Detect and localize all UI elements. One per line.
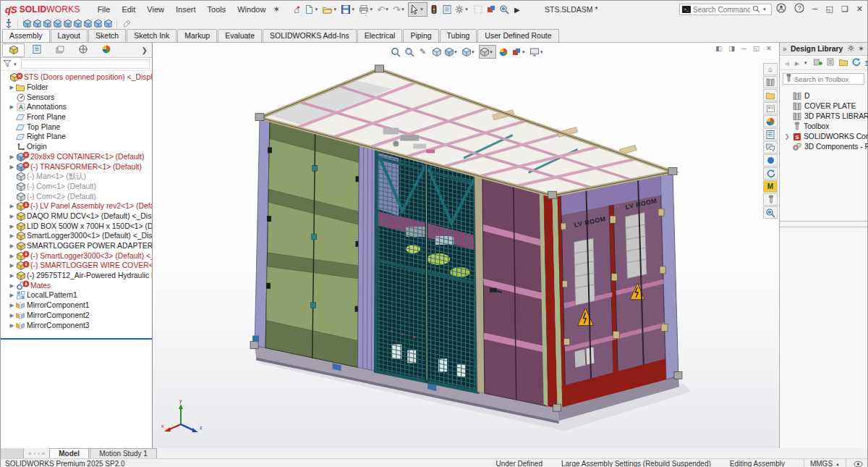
expand-arrow-icon[interactable]: ▶ <box>9 282 15 289</box>
expand-arrow-icon[interactable]: ▶ <box>9 213 15 219</box>
tab-motion-study[interactable]: Motion Study 1 <box>90 448 157 458</box>
expand-arrow-icon[interactable]: ▶ <box>9 104 15 110</box>
new-document-button[interactable]: ▼ <box>303 2 321 17</box>
command-tab-piping[interactable]: Piping <box>403 29 438 42</box>
search-icon[interactable] <box>752 5 760 14</box>
tree-item[interactable]: ▶(-) LV Panel Assembly rev2<1> (Default)… <box>1 201 152 211</box>
graphics-area[interactable]: ✎▼▼▼▼▼ ◧ ◨ ─ ◱ ✕ <box>153 43 779 448</box>
selection-filter-button[interactable] <box>472 2 485 17</box>
insert-component-button[interactable] <box>4 18 13 30</box>
design-library-item[interactable]: 3D PARTS LIBRARY <box>784 111 866 121</box>
markup-eraser-button[interactable] <box>122 18 132 30</box>
tree-item[interactable]: Top Plane <box>1 122 152 132</box>
unit-system[interactable]: MMGS ▲ <box>804 459 846 467</box>
command-tab-markup[interactable]: Markup <box>177 29 217 42</box>
pin-menu-icon[interactable]: ✶ <box>273 4 280 14</box>
tree-item[interactable]: ▶AAnnotations <box>1 102 152 112</box>
tab-model[interactable]: Model <box>49 448 89 458</box>
add-to-library-button[interactable] <box>813 57 823 68</box>
menu-window[interactable]: Window <box>231 2 271 17</box>
tab-scroll-arrows[interactable]: «‹›» <box>24 448 49 458</box>
search-input[interactable] <box>693 6 750 14</box>
tree-item[interactable]: (-) Man<1> (默认) <box>1 172 152 182</box>
task-pane-tab-3dexperience[interactable] <box>763 154 778 167</box>
tree-item[interactable]: Origin <box>1 142 152 152</box>
3d-model-container[interactable]: LV ROOM LV ROOM <box>153 43 779 448</box>
expand-arrow-icon[interactable]: ▶ <box>9 232 15 239</box>
expand-arrow-icon[interactable]: ▶ <box>9 312 15 319</box>
task-pane-splitter[interactable] <box>780 221 867 227</box>
panel-resize-grip[interactable] <box>1 448 24 458</box>
add-file-location-button[interactable] <box>826 57 835 68</box>
expand-arrow-icon[interactable]: ❯ <box>784 133 790 140</box>
expand-arrow-icon[interactable]: ▶ <box>9 223 15 230</box>
view-front-button[interactable] <box>22 19 31 29</box>
expand-arrow-icon[interactable]: ▶ <box>9 253 15 259</box>
panel-flyout-arrow[interactable]: ❯ <box>142 46 150 54</box>
command-tab-electrical[interactable]: Electrical <box>357 29 403 42</box>
restore-window-icon[interactable]: ◱ <box>826 4 833 14</box>
tree-item[interactable]: STS (Doors openned position) <_Display S… <box>1 72 152 83</box>
expand-arrow-icon[interactable]: ▶ <box>9 322 15 329</box>
large-assembly-mode-button[interactable] <box>498 2 511 17</box>
task-pane-tab-toolbox-m[interactable]: M <box>763 180 778 193</box>
view-dimetric-button[interactable] <box>103 19 112 29</box>
expand-arrow-icon[interactable]: ▶ <box>9 243 15 249</box>
rebuild-button[interactable] <box>427 2 441 17</box>
forward-button[interactable]: ► <box>793 59 801 67</box>
expand-arrow-icon[interactable]: ▶ <box>9 84 15 91</box>
command-tab-assembly[interactable]: Assembly <box>2 29 50 42</box>
menu-tools[interactable]: Tools <box>202 2 232 17</box>
tree-filter-input[interactable] <box>21 59 150 69</box>
task-pane-tab-view-palette[interactable] <box>763 102 778 114</box>
expand-arrow-icon[interactable]: ▶ <box>9 272 15 279</box>
command-tab-sketch-ink[interactable]: Sketch Ink <box>127 29 176 42</box>
search-dropdown-icon[interactable]: ▼ <box>762 7 767 12</box>
panel-pin-icon[interactable]: ✶ <box>858 44 864 54</box>
menu-insert[interactable]: Insert <box>170 2 202 17</box>
tree-item[interactable]: (-) Com<1> (Default) <box>1 182 152 192</box>
panel-tab-propertymanager[interactable] <box>25 43 48 57</box>
command-tab-user-defined-route[interactable]: User Defined Route <box>477 29 558 42</box>
panel-tab-displaymanager[interactable] <box>95 43 117 57</box>
save-button[interactable]: ▼ <box>340 2 358 17</box>
menu-view[interactable]: View <box>141 2 170 17</box>
command-tab-solidworks-add-ins[interactable]: SOLIDWORKS Add-Ins <box>263 29 357 42</box>
tree-item[interactable]: ▶20x8x9 CONTAINER<1> (Default) <box>1 152 152 162</box>
tree-item[interactable]: ▶DAQO RMU DCV<1> (Default) <_Display Sta <box>1 211 152 222</box>
account-icon[interactable] <box>776 3 786 14</box>
expand-arrow-icon[interactable]: ▶ <box>9 302 15 308</box>
undo-button[interactable]: ↶▼ <box>376 2 392 17</box>
panel-tab-featuremanager[interactable] <box>2 43 25 57</box>
view-back-button[interactable] <box>33 19 41 29</box>
view-top-button[interactable] <box>63 19 72 29</box>
command-tab-tubing[interactable]: Tubing <box>440 29 477 42</box>
resume-button[interactable]: ▶ <box>511 2 524 17</box>
view-bottom-button[interactable] <box>73 19 82 29</box>
task-pane-tab-design-library[interactable] <box>763 76 778 88</box>
command-search[interactable]: >_ ▼ <box>679 4 772 15</box>
expand-arrow-icon[interactable]: ▶ <box>9 153 15 160</box>
tree-item[interactable]: ▶SMARTLOGGER POWER ADAPTER MOUNT<1> (Def… <box>1 241 152 251</box>
toolbox-search[interactable] <box>783 73 864 85</box>
task-pane-tab-costing[interactable] <box>763 206 778 219</box>
panel-options-gear-icon[interactable] <box>847 44 855 54</box>
home-button[interactable]: ⌂● <box>290 2 303 17</box>
expand-arrow-icon[interactable]: ▶ <box>9 164 15 170</box>
command-tab-evaluate[interactable]: Evaluate <box>218 29 262 42</box>
collapse-panel-icon[interactable]: » <box>783 45 787 53</box>
print-button[interactable]: ▼ <box>358 2 376 17</box>
back-button[interactable]: ◄ <box>783 59 791 67</box>
tree-item[interactable]: ▶MirrorComponent1 <box>1 300 152 311</box>
tree-item[interactable]: ▶SmartLogger3000<1> (Default) <_Display … <box>1 231 152 241</box>
expand-arrow-icon[interactable]: ▶ <box>9 292 15 298</box>
redo-button[interactable]: ↷▼ <box>392 2 408 17</box>
filter-funnel-icon[interactable] <box>3 59 12 70</box>
view-isometric-button[interactable] <box>83 19 92 29</box>
design-library-item[interactable]: Toolbox <box>784 121 866 131</box>
tree-item[interactable]: ▶(-) SMARTLOGGER WIRE COVER<1> (Default)… <box>1 261 152 271</box>
task-pane-tab-pack-and-go[interactable] <box>763 167 778 180</box>
refresh-button[interactable] <box>851 57 861 68</box>
toolbox-search-input[interactable] <box>794 75 861 83</box>
expand-arrow-icon[interactable]: ▶ <box>9 262 15 269</box>
